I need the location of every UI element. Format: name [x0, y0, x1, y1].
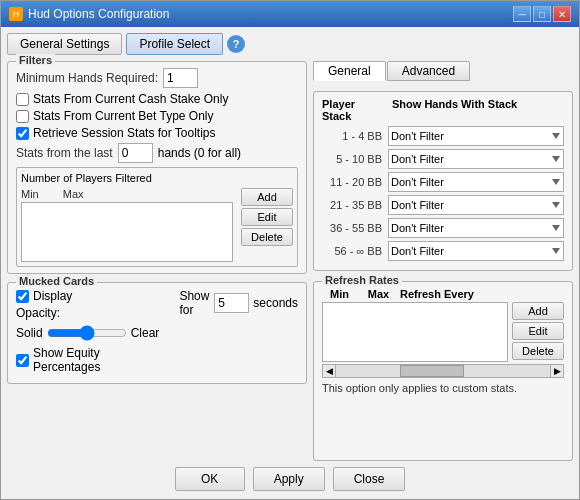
num-players-box: Number of Players Filtered Min Max Add: [16, 167, 298, 267]
tournament-stacks-group: Player Stack Show Hands With Stack 1 - 4…: [313, 91, 573, 271]
mucked-cards-title: Mucked Cards: [16, 275, 97, 287]
ts-row: 36 - 55 BBDon't FilterFilter OutShow Onl…: [322, 218, 564, 238]
min-hands-row: Minimum Hands Required:: [16, 68, 298, 88]
show-for-row: Show for seconds: [179, 289, 298, 317]
rr-inner: Add Edit Delete: [322, 302, 564, 362]
session-stats-label: Retrieve Session Stats for Tooltips: [33, 126, 216, 140]
minimize-button[interactable]: ─: [513, 6, 531, 22]
profile-select-button[interactable]: Profile Select: [126, 33, 223, 55]
ts-filter-select[interactable]: Don't FilterFilter OutShow Only: [388, 218, 564, 238]
opacity-slider[interactable]: [47, 324, 127, 342]
right-tab-bar: General Advanced: [313, 61, 573, 81]
min-max-header: Min Max: [21, 188, 237, 200]
ts-range-label: 1 - 4 BB: [322, 130, 382, 142]
ts-row: 21 - 35 BBDon't FilterFilter OutShow Onl…: [322, 195, 564, 215]
ts-filter-select[interactable]: Don't FilterFilter OutShow Only: [388, 195, 564, 215]
display-label: Display: [33, 289, 72, 303]
ts-range-label: 36 - 55 BB: [322, 222, 382, 234]
display-checkbox[interactable]: [16, 290, 29, 303]
num-players-buttons: Add Edit Delete: [241, 188, 293, 262]
bottom-bar: OK Apply Close: [7, 461, 573, 493]
slider-container: Solid Clear: [16, 324, 159, 342]
ts-range-label: 5 - 10 BB: [322, 153, 382, 165]
show-for-suffix: seconds: [253, 296, 298, 310]
players-edit-button[interactable]: Edit: [241, 208, 293, 226]
stats-last-label: Stats from the last: [16, 146, 113, 160]
min-hands-input[interactable]: [163, 68, 198, 88]
ts-filter-select[interactable]: Don't FilterFilter OutShow Only: [388, 241, 564, 261]
filters-group: Filters Minimum Hands Required: Stats Fr…: [7, 61, 307, 274]
opacity-label: Opacity:: [16, 306, 60, 320]
scrollbar-track[interactable]: [336, 364, 550, 378]
right-panel: General Advanced Player Stack Show Hands…: [313, 61, 573, 461]
tab-general[interactable]: General: [313, 61, 386, 81]
rr-max-header: Max: [361, 288, 396, 300]
scroll-right-arrow[interactable]: ▶: [550, 364, 564, 378]
rr-buttons: Add Edit Delete: [512, 302, 564, 362]
main-columns: Filters Minimum Hands Required: Stats Fr…: [7, 61, 573, 461]
rr-header: Min Max Refresh Every: [322, 288, 564, 300]
ts-range-label: 21 - 35 BB: [322, 199, 382, 211]
show-for-input[interactable]: [214, 293, 249, 313]
close-button[interactable]: ✕: [553, 6, 571, 22]
content-area: General Settings Profile Select ? Filter…: [1, 27, 579, 499]
ts-row: 5 - 10 BBDon't FilterFilter OutShow Only: [322, 149, 564, 169]
ts-range-label: 56 - ∞ BB: [322, 245, 382, 257]
ts-rows: 1 - 4 BBDon't FilterFilter OutShow Only5…: [322, 126, 564, 261]
general-settings-button[interactable]: General Settings: [7, 33, 122, 55]
bet-type-label: Stats From Current Bet Type Only: [33, 109, 214, 123]
refresh-rates-title: Refresh Rates: [322, 274, 402, 286]
rr-add-button[interactable]: Add: [512, 302, 564, 320]
equity-label: Show Equity Percentages: [33, 346, 159, 374]
mucked-right: Show for seconds: [179, 289, 298, 377]
ts-row: 11 - 20 BBDon't FilterFilter OutShow Onl…: [322, 172, 564, 192]
scroll-left-arrow[interactable]: ◀: [322, 364, 336, 378]
ok-button[interactable]: OK: [175, 467, 245, 491]
rr-list-area[interactable]: [322, 302, 508, 362]
num-players-title: Number of Players Filtered: [21, 172, 293, 184]
title-bar-left: H Hud Options Configuration: [9, 7, 169, 21]
player-stack-header: Player Stack: [322, 98, 382, 122]
stats-last-input[interactable]: [118, 143, 153, 163]
close-button-bottom[interactable]: Close: [333, 467, 406, 491]
solid-label: Solid: [16, 326, 43, 340]
ts-header: Player Stack Show Hands With Stack: [322, 98, 564, 122]
players-list-area[interactable]: [21, 202, 233, 262]
players-delete-button[interactable]: Delete: [241, 228, 293, 246]
rr-edit-button[interactable]: Edit: [512, 322, 564, 340]
left-panel: Filters Minimum Hands Required: Stats Fr…: [7, 61, 307, 461]
window-title: Hud Options Configuration: [28, 7, 169, 21]
display-row: Display: [16, 289, 159, 303]
equity-row: Show Equity Percentages: [16, 346, 159, 374]
checkbox3-row: Retrieve Session Stats for Tooltips: [16, 126, 298, 140]
bet-type-checkbox[interactable]: [16, 110, 29, 123]
scrollbar-thumb: [400, 365, 464, 377]
refresh-note: This option only applies to custom stats…: [322, 382, 564, 394]
maximize-button[interactable]: □: [533, 6, 551, 22]
ts-row: 1 - 4 BBDon't FilterFilter OutShow Only: [322, 126, 564, 146]
num-players-inner: Min Max Add Edit Delete: [21, 188, 293, 262]
show-for-label: Show for: [179, 289, 210, 317]
ts-filter-select[interactable]: Don't FilterFilter OutShow Only: [388, 126, 564, 146]
clear-label: Clear: [131, 326, 160, 340]
players-add-button[interactable]: Add: [241, 188, 293, 206]
checkbox2-row: Stats From Current Bet Type Only: [16, 109, 298, 123]
equity-checkbox[interactable]: [16, 354, 29, 367]
refresh-rates-group: Refresh Rates Min Max Refresh Every Add …: [313, 281, 573, 461]
title-buttons: ─ □ ✕: [513, 6, 571, 22]
help-icon[interactable]: ?: [227, 35, 245, 53]
ts-filter-select[interactable]: Don't FilterFilter OutShow Only: [388, 149, 564, 169]
opacity-row: Opacity:: [16, 306, 159, 320]
num-players-list: Min Max: [21, 188, 237, 262]
apply-button[interactable]: Apply: [253, 467, 325, 491]
cash-stake-checkbox[interactable]: [16, 93, 29, 106]
cash-stake-label: Stats From Current Cash Stake Only: [33, 92, 228, 106]
show-hands-header: Show Hands With Stack: [392, 98, 564, 122]
scrollbar-area: ◀ ▶: [322, 364, 564, 378]
ts-filter-select[interactable]: Don't FilterFilter OutShow Only: [388, 172, 564, 192]
app-icon: H: [9, 7, 23, 21]
tab-advanced[interactable]: Advanced: [387, 61, 470, 81]
rr-delete-button[interactable]: Delete: [512, 342, 564, 360]
session-stats-checkbox[interactable]: [16, 127, 29, 140]
title-bar: H Hud Options Configuration ─ □ ✕: [1, 1, 579, 27]
